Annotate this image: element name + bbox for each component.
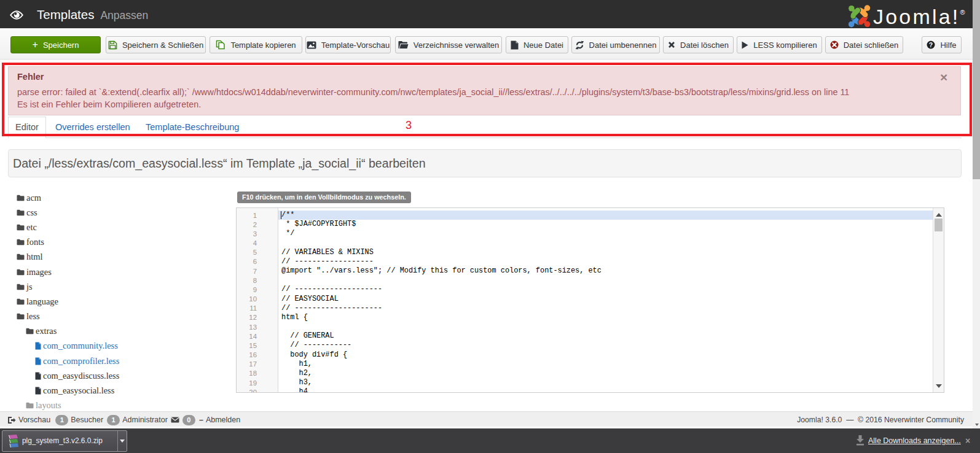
svg-text:?: ? <box>929 41 933 48</box>
